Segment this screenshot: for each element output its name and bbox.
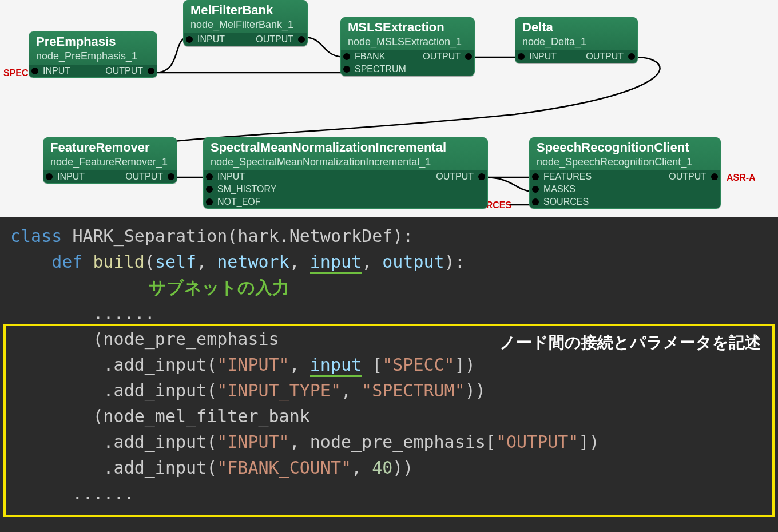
code-line: ...... bbox=[0, 300, 778, 326]
port-dot[interactable] bbox=[46, 173, 53, 180]
port-dot[interactable] bbox=[532, 198, 539, 205]
port-dot[interactable] bbox=[343, 66, 350, 73]
port-dot[interactable] bbox=[206, 186, 213, 193]
node-title: FeatureRemover bbox=[43, 138, 177, 156]
annotation-node-connections: ノード間の接続とパラメータを記述 bbox=[499, 331, 761, 355]
port-dot[interactable] bbox=[628, 53, 635, 60]
node-title: MelFilterBank bbox=[184, 1, 307, 19]
node-spectral-mean-normalization[interactable]: SpectralMeanNormalizationIncremental nod… bbox=[203, 137, 488, 209]
node-id: node_SpectralMeanNormalizationIncrementa… bbox=[204, 156, 487, 170]
node-speech-recognition-client[interactable]: SpeechRecognitionClient node_SpeechRecog… bbox=[529, 137, 721, 209]
node-id: node_FeatureRemover_1 bbox=[43, 156, 177, 170]
external-label-spec: SPEC bbox=[3, 68, 29, 78]
node-msls-extraction[interactable]: MSLSExtraction node_MSLSExtraction_1 FBA… bbox=[340, 17, 475, 76]
node-title: SpectralMeanNormalizationIncremental bbox=[204, 138, 487, 156]
port-dot[interactable] bbox=[711, 173, 718, 180]
node-title: Delta bbox=[515, 18, 637, 36]
code-line: (node_mel_filter_bank bbox=[0, 403, 778, 429]
code-line: class HARK_Separation(hark.NetworkDef): bbox=[0, 223, 778, 249]
port-dot[interactable] bbox=[186, 36, 193, 43]
port-dot[interactable] bbox=[148, 68, 154, 74]
code-line: .add_input("INPUT_TYPE", "SPECTRUM")) bbox=[0, 378, 778, 403]
port-dot[interactable] bbox=[532, 186, 539, 193]
code-line: .add_input("INPUT", input ["SPECC"]) bbox=[0, 352, 778, 378]
node-id: node_SpeechRecognitionClient_1 bbox=[530, 156, 720, 170]
node-graph-diagram: SPEC SOURCES ASR-A PreEmphasis node_PreE… bbox=[0, 0, 778, 217]
code-line: ...... bbox=[0, 481, 778, 506]
port-dot[interactable] bbox=[168, 173, 174, 180]
port-dot[interactable] bbox=[343, 53, 350, 60]
node-pre-emphasis[interactable]: PreEmphasis node_PreEmphasis_1 INPUT OUT… bbox=[29, 31, 157, 78]
code-line: def build(self, network, input, output): bbox=[0, 249, 778, 275]
port-dot[interactable] bbox=[465, 53, 472, 60]
port-dot[interactable] bbox=[298, 36, 305, 43]
code-snippet: class HARK_Separation(hark.NetworkDef): … bbox=[0, 217, 778, 532]
node-id: node_Delta_1 bbox=[515, 36, 637, 50]
annotation-subnet-input: サブネットの入力 bbox=[0, 275, 778, 300]
port-dot[interactable] bbox=[31, 68, 38, 74]
port-dot[interactable] bbox=[478, 173, 485, 180]
node-feature-remover[interactable]: FeatureRemover node_FeatureRemover_1 INP… bbox=[43, 137, 177, 184]
code-line: .add_input("FBANK_COUNT", 40)) bbox=[0, 455, 778, 481]
node-delta[interactable]: Delta node_Delta_1 INPUT OUTPUT bbox=[515, 17, 638, 63]
external-label-asr: ASR-A bbox=[727, 173, 756, 183]
node-id: node_PreEmphasis_1 bbox=[29, 50, 157, 65]
node-title: SpeechRecognitionClient bbox=[530, 138, 720, 156]
port-dot[interactable] bbox=[206, 173, 213, 180]
code-line: .add_input("INPUT", node_pre_emphasis["O… bbox=[0, 429, 778, 455]
port-dot[interactable] bbox=[532, 173, 539, 180]
node-title: PreEmphasis bbox=[29, 32, 157, 50]
port-dot[interactable] bbox=[518, 53, 525, 60]
node-mel-filter-bank[interactable]: MelFilterBank node_MelFilterBank_1 INPUT… bbox=[183, 0, 308, 46]
node-id: node_MSLSExtraction_1 bbox=[341, 36, 474, 50]
node-title: MSLSExtraction bbox=[341, 18, 474, 36]
port-dot[interactable] bbox=[206, 198, 213, 205]
node-id: node_MelFilterBank_1 bbox=[184, 19, 307, 33]
